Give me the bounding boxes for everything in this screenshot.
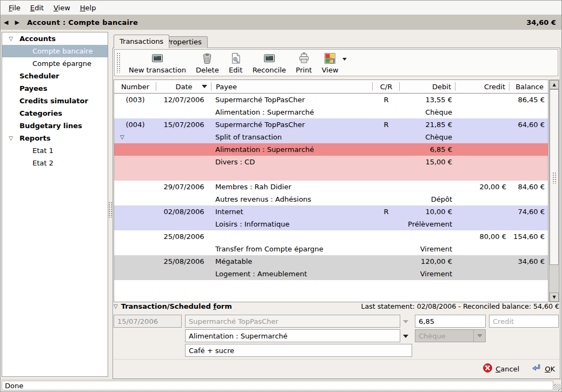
account-header-bar: ◀ ▶ Account : Compte bancaire 34,60 € xyxy=(1,15,561,30)
credit-field[interactable] xyxy=(489,315,559,328)
sidebar-item-compte-bancaire[interactable]: Compte bancaire xyxy=(2,45,108,57)
delete-button[interactable]: Delete xyxy=(191,51,224,75)
sidebar-item-label: Budgetary lines xyxy=(19,122,82,130)
view-dropdown-caret-icon[interactable] xyxy=(342,58,347,61)
pane-splitter-handle[interactable] xyxy=(108,202,112,218)
view-button[interactable]: View xyxy=(317,51,343,75)
ok-button[interactable]: OK xyxy=(531,363,555,375)
tree-expander-icon[interactable]: ▽ xyxy=(6,36,15,42)
sidebar-item-payees[interactable]: Payees xyxy=(2,82,108,95)
notes-field[interactable] xyxy=(185,344,412,357)
scroll-down-icon[interactable]: ▼ xyxy=(550,293,559,302)
transaction-row[interactable]: Divers : CD15,00 € xyxy=(114,156,548,168)
transaction-row[interactable]: (003)12/07/2006Supermarché TopPasCherR13… xyxy=(114,94,548,106)
transaction-row[interactable]: 25/08/2006Mégatable120,00 €34,60 € xyxy=(114,255,548,268)
transaction-row[interactable]: Logement : AmeublementVirement xyxy=(114,268,548,280)
cell-balance: 74,60 € xyxy=(510,205,548,218)
payment-method-select[interactable]: Chèque xyxy=(415,329,486,342)
cell-cr xyxy=(373,268,400,280)
menu-view[interactable]: View xyxy=(49,2,75,14)
debit-field[interactable] xyxy=(415,315,486,328)
sidebar-item-reports[interactable]: ▽Reports xyxy=(2,132,108,144)
scrollbar-trough[interactable] xyxy=(550,265,559,294)
transaction-row[interactable]: Loisirs : InformatiquePrélèvement xyxy=(114,218,548,230)
transaction-row[interactable]: ▽Split of transactionChèque xyxy=(114,131,548,143)
menu-edit[interactable]: Edit xyxy=(25,2,49,14)
column-header-label: Balance xyxy=(515,83,544,91)
sidebar-item-etat-2[interactable]: Etat 2 xyxy=(2,157,108,169)
previous-account-arrow-icon[interactable]: ◀ xyxy=(1,19,11,26)
column-header-debit[interactable]: Debit xyxy=(400,80,455,93)
category-dropdown-icon[interactable] xyxy=(403,335,408,338)
transaction-row[interactable] xyxy=(114,168,548,181)
cancel-icon xyxy=(482,363,493,375)
cell-balance xyxy=(510,243,548,255)
transaction-row[interactable]: Alimentation : SupermarchéChèque xyxy=(114,106,548,118)
status-bar: Done xyxy=(1,379,561,391)
column-header-label: Number xyxy=(121,83,149,91)
method-dropdown-button[interactable] xyxy=(473,330,485,342)
account-balance: 34,60 € xyxy=(526,18,556,26)
column-header-balance[interactable]: Balance xyxy=(510,80,548,93)
new-transaction-button[interactable]: New transaction xyxy=(124,51,191,75)
cell-credit xyxy=(455,193,510,205)
cell-balance xyxy=(510,268,548,280)
toolbar-button-label: Print xyxy=(296,66,312,74)
column-header-payee[interactable]: Payee xyxy=(211,80,373,93)
print-button[interactable]: Print xyxy=(291,51,317,75)
sidebar-item-label: Compte bancaire xyxy=(32,47,92,55)
sidebar-item-accounts[interactable]: ▽Accounts xyxy=(2,32,108,45)
transaction-row[interactable]: 02/08/2006InternetR10,00 €74,60 € xyxy=(114,205,548,218)
reconcile-button[interactable]: Reconcile xyxy=(248,51,291,75)
transaction-row[interactable]: Alimentation : Supermarché6,85 € xyxy=(114,143,548,156)
transaction-row[interactable]: (004)15/07/2006Supermarché TopPasCherR21… xyxy=(114,118,548,131)
toolbar-grip-handle[interactable] xyxy=(116,52,121,73)
cell-credit xyxy=(455,156,510,168)
cell-credit: 80,00 € xyxy=(455,230,510,243)
edit-button[interactable]: Edit xyxy=(224,51,248,75)
sidebar-item-credits-simulator[interactable]: Credits simulator xyxy=(2,95,108,107)
split-expander-icon[interactable]: ▽ xyxy=(118,134,124,140)
cell-credit xyxy=(455,118,510,131)
date-field[interactable] xyxy=(114,315,182,328)
menu-file[interactable]: File xyxy=(4,2,25,14)
menu-help[interactable]: Help xyxy=(75,2,101,14)
transactions-toolbar: New transactionDeleteEditReconcilePrintV… xyxy=(114,49,558,76)
payee-combo[interactable]: Supermarché TopPasCher xyxy=(185,315,400,328)
scroll-up-icon[interactable]: ▲ xyxy=(550,80,559,89)
scrollbar-thumb[interactable] xyxy=(550,89,559,265)
tab-transactions[interactable]: Transactions xyxy=(114,35,169,48)
payment-method-value: Chèque xyxy=(415,332,473,340)
transaction-row[interactable]: Transfer from Compte épargneVirement xyxy=(114,243,548,255)
transaction-row[interactable]: 25/08/200680,00 €154,60 € xyxy=(114,230,548,243)
next-account-arrow-icon[interactable]: ▶ xyxy=(11,19,22,26)
vertical-scrollbar[interactable]: ▲ ▼ xyxy=(549,79,559,302)
payee-dropdown-icon[interactable] xyxy=(403,320,408,323)
category-combo[interactable]: Alimentation : Supermarché xyxy=(185,329,400,342)
sidebar-item-etat-1[interactable]: Etat 1 xyxy=(2,144,108,157)
cell-cr xyxy=(373,193,400,205)
column-header-number[interactable]: Number xyxy=(114,80,156,93)
tree-expander-icon[interactable]: ▽ xyxy=(6,135,15,141)
cell-payee: Alimentation : Supermarché xyxy=(211,143,373,156)
form-action-buttons: Cancel OK xyxy=(482,362,555,376)
cell-payee: Supermarché TopPasCher xyxy=(211,94,373,106)
sidebar-item-compte-pargne[interactable]: Compte épargne xyxy=(2,57,108,70)
column-header-credit[interactable]: Credit xyxy=(455,80,510,93)
sidebar-item-budgetary-lines[interactable]: Budgetary lines xyxy=(2,119,108,132)
column-header-c-r[interactable]: C/R xyxy=(373,80,400,93)
transaction-row[interactable]: 29/07/2006Membres : Rah Didier20,00 €84,… xyxy=(114,181,548,193)
cell-credit xyxy=(455,94,510,106)
cell-date: 25/08/2006 xyxy=(156,255,211,268)
sidebar-item-scheduler[interactable]: Scheduler xyxy=(2,70,108,82)
buttons-separator xyxy=(113,359,560,360)
cell-date xyxy=(156,243,211,255)
sidebar-item-categories[interactable]: Categories xyxy=(2,107,108,119)
window-resize-grip[interactable] xyxy=(554,384,561,391)
column-header-date[interactable]: Date xyxy=(156,80,211,93)
transaction-row[interactable]: Autres revenus : AdhésionsDépôt xyxy=(114,193,548,205)
form-collapse-icon[interactable]: ▽ xyxy=(114,303,118,309)
cell-cr xyxy=(373,243,400,255)
cancel-button[interactable]: Cancel xyxy=(482,363,519,375)
cell-balance xyxy=(510,143,548,156)
